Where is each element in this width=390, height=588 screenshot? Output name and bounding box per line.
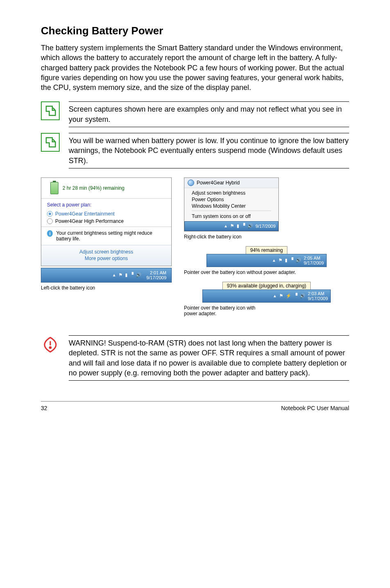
network-icon[interactable]: ▝ <box>130 272 133 278</box>
clock-date: 9/17/2009 <box>308 296 328 301</box>
warning-block: WARNING! Suspend-to-RAM (STR) does not l… <box>41 335 349 381</box>
section-title: Checking Battery Power <box>41 25 349 37</box>
tray-chevron-icon[interactable]: ▲ <box>112 273 116 277</box>
radio-selected-icon <box>47 211 53 217</box>
note-block-1: Screen captures shown here are examples … <box>41 101 349 127</box>
power4gear-icon <box>188 180 194 186</box>
warning-text: WARNING! Suspend-to-RAM (STR) does not l… <box>69 338 349 378</box>
network-icon[interactable]: ▝ <box>294 293 297 298</box>
cm-mobility-center[interactable]: Windows Mobility Center <box>192 203 271 209</box>
clock-time: 2:05 AM <box>304 256 324 260</box>
battery-context-menu: Power4Gear Hybrid Adjust screen brightne… <box>184 177 279 231</box>
flag-icon[interactable]: ⚑ <box>278 258 282 263</box>
taskbar-clock[interactable]: 2:05 AM 9/17/2009 <box>304 256 324 265</box>
plan-section-title: Select a power plan: <box>47 202 166 208</box>
tray-chevron-icon[interactable]: ▲ <box>272 258 276 263</box>
info-icon: i <box>47 230 53 237</box>
cm-system-icons[interactable]: Turn system icons on or off <box>192 213 271 220</box>
note-text-2: You will be warned when battery power is… <box>69 136 349 166</box>
clock-time: 2:03 AM <box>308 291 328 296</box>
flag-icon[interactable]: ⚑ <box>279 293 283 298</box>
clock-date: 9/17/2009 <box>256 224 276 229</box>
clock-date: 9/17/2009 <box>146 275 166 280</box>
footer-title: Notebook PC User Manual <box>281 405 349 411</box>
clock-date: 9/17/2009 <box>304 260 324 265</box>
cm-power-options[interactable]: Power Options <box>192 196 271 203</box>
right-caption-1: Right-click the battery icon <box>184 234 349 240</box>
battery-tray-icon[interactable]: ▮ <box>237 223 239 229</box>
clock-time: 2:01 AM <box>146 270 166 275</box>
battery-charging-tray-icon[interactable]: ⚡ <box>286 293 291 298</box>
plan2-label: Power4Gear High Performance <box>55 218 123 224</box>
taskbar-clock[interactable]: 2:03 AM 9/17/2009 <box>308 291 328 301</box>
flag-icon[interactable]: ⚑ <box>119 272 123 278</box>
left-caption: Left-click the battery icon <box>41 285 172 291</box>
right-caption-2: Pointer over the battery icon without po… <box>184 269 349 275</box>
svg-point-1 <box>49 347 51 348</box>
cm-adjust-brightness[interactable]: Adjust screen brightness <box>192 190 271 196</box>
tray-chevron-icon[interactable]: ▲ <box>224 224 228 228</box>
plan1-label: Power4Gear Entertainment <box>55 211 114 217</box>
page-number: 32 <box>41 405 47 411</box>
network-icon[interactable]: ▝ <box>242 223 245 229</box>
tooltip-remaining: 94% remaining <box>246 246 287 254</box>
battery-icon <box>50 182 58 194</box>
taskbar-clock[interactable]: 2:01 AM 9/17/2009 <box>144 270 169 280</box>
warning-icon <box>41 335 60 354</box>
flag-icon[interactable]: ⚑ <box>230 223 234 229</box>
taskbar-clock[interactable]: 9/17/2009 <box>256 224 276 229</box>
power-popup: 2 hr 28 min (94%) remaining Select a pow… <box>41 177 172 266</box>
tray-chevron-icon[interactable]: ▲ <box>273 294 277 298</box>
intro-paragraph: The battery system implements the Smart … <box>41 43 349 92</box>
power-plan-option-2[interactable]: Power4Gear High Performance <box>47 218 166 225</box>
tooltip-charging: 93% available (plugged in, charging) <box>222 282 311 290</box>
battery-remaining-text: 2 hr 28 min (94%) remaining <box>63 185 124 191</box>
volume-icon[interactable]: 🔊 <box>296 258 301 263</box>
note-icon <box>41 101 60 120</box>
network-icon[interactable]: ▝ <box>290 258 293 263</box>
link-adjust-brightness[interactable]: Adjust screen brightness <box>41 249 171 255</box>
note-icon <box>41 133 60 152</box>
link-more-power-options[interactable]: More power options <box>41 255 171 262</box>
volume-icon[interactable]: 🔊 <box>247 223 253 229</box>
taskbar-left: ▲ ⚑ ▮ ▝ 🔊 2:01 AM 9/17/2009 <box>41 268 172 283</box>
right-caption-3: Pointer over the battery icon with power… <box>184 305 349 316</box>
note-text-1: Screen captures shown here are examples … <box>69 104 349 124</box>
volume-icon[interactable]: 🔊 <box>136 272 141 278</box>
battery-tray-icon[interactable]: ▮ <box>125 272 128 278</box>
power-plan-option-1[interactable]: Power4Gear Entertainment <box>47 210 166 218</box>
battery-tray-icon[interactable]: ▮ <box>285 258 287 263</box>
brightness-note: Your current brightness setting might re… <box>56 230 166 242</box>
note-block-2: You will be warned when battery power is… <box>41 133 349 168</box>
radio-unselected-icon <box>47 218 53 224</box>
volume-icon[interactable]: 🔊 <box>300 293 305 298</box>
context-menu-title[interactable]: Power4Gear Hybrid <box>197 180 240 186</box>
